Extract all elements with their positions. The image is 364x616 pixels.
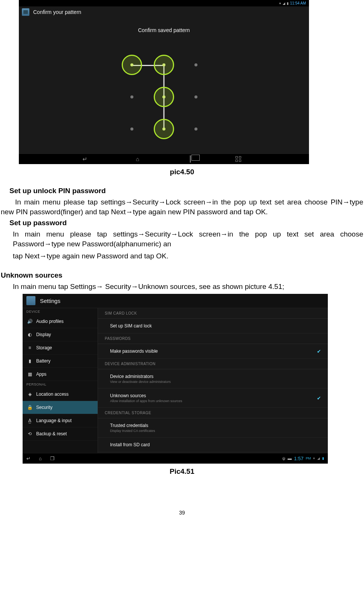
settings-title: Settings [40, 298, 60, 304]
sidebar-item-language[interactable]: A̲ Language & input [23, 414, 98, 427]
pattern-node-active[interactable] [154, 55, 174, 75]
battery-icon: ▮ [322, 456, 324, 460]
pattern-node[interactable] [194, 63, 197, 66]
display-icon: ◐ [27, 332, 32, 337]
settings-sidebar: DEVICE 🔊 Audio profiles ◐ Display ≡ Stor… [23, 308, 98, 453]
sidebar-item-battery[interactable]: ▮ Battery [23, 355, 98, 368]
wifi-icon: ▾ [313, 456, 315, 460]
panel-item-label: Install from SD card [110, 442, 313, 447]
storage-icon: ≡ [27, 345, 32, 350]
title-bar: Confirm your pattern [19, 6, 309, 18]
recent-icon[interactable]: ❐ [50, 456, 55, 461]
battery-icon: ▮ [287, 2, 289, 5]
home-icon[interactable]: ⌂ [39, 456, 42, 461]
section-heading-pin: Set up unlock PIN password [9, 187, 364, 195]
sidebar-item-apps[interactable]: ▦ Apps [23, 368, 98, 381]
figure-caption: Pic4.51 [0, 467, 364, 476]
pattern-node-active[interactable] [154, 87, 174, 107]
clock-time: 1:57 [294, 456, 303, 461]
sidebar-item-label: Security [36, 405, 52, 410]
checkmark-icon: ✔ [317, 348, 321, 354]
sidebar-item-audio[interactable]: 🔊 Audio profiles [23, 315, 98, 328]
checkmark-icon: ✔ [317, 395, 321, 401]
panel-header-sim: SIM CARD LOCK [98, 308, 328, 319]
back-icon[interactable]: ↵ [77, 156, 92, 163]
section-paragraph-password-2: tap Next→type again new Password and tap… [13, 251, 363, 261]
recent-icon[interactable] [183, 156, 198, 162]
apps-icon: ▦ [27, 372, 32, 377]
panel-item-install-sd[interactable]: Install from SD card [98, 438, 328, 452]
signal-icon: ◢ [283, 2, 285, 5]
panel-item-label: Set up SIM card lock [110, 323, 313, 329]
screenshot-icon[interactable] [236, 156, 251, 162]
backup-icon: ⟲ [27, 431, 32, 436]
pattern-node[interactable] [194, 95, 197, 98]
sidebar-item-label: Battery [36, 358, 50, 364]
pattern-node-active[interactable] [122, 55, 142, 75]
sidebar-item-label: Audio profiles [36, 319, 64, 324]
nav-bar: ↵ ⌂ [19, 154, 309, 164]
pattern-area[interactable]: Confirm saved pattern [19, 18, 309, 154]
panel-item-device-admin[interactable]: Device administrators View or deactivate… [98, 369, 328, 389]
sidebar-item-label: Display [36, 332, 51, 337]
sidebar-header-device: DEVICE [23, 308, 98, 315]
panel-item-sub: Display trusted CA certificates [110, 429, 313, 433]
panel-item-label: Device administrators [110, 374, 313, 379]
page-number: 39 [0, 510, 364, 516]
location-icon: ◈ [27, 392, 32, 397]
wifi-icon: ▾ [279, 2, 281, 5]
confirm-prompt: Confirm saved pattern [19, 18, 309, 33]
pattern-grid[interactable] [117, 50, 211, 144]
pattern-node[interactable] [194, 128, 197, 131]
app-icon [22, 8, 29, 16]
panel-header-credential: CREDENTIAL STORAGE [98, 408, 328, 418]
language-icon: A̲ [27, 418, 32, 423]
signal-icon: ◢ [317, 456, 320, 460]
sidebar-item-display[interactable]: ◐ Display [23, 328, 98, 341]
sidebar-item-security[interactable]: 🔒 Security [23, 401, 98, 414]
panel-item-trusted-credentials[interactable]: Trusted credentials Display trusted CA c… [98, 418, 328, 438]
sidebar-item-backup[interactable]: ⟲ Backup & reset [23, 427, 98, 441]
pattern-node[interactable] [130, 128, 133, 131]
section-heading-unknown: Unknown sources [1, 271, 364, 280]
title-text: Confirm your pattern [33, 9, 81, 15]
sidebar-item-label: Apps [36, 372, 46, 377]
section-paragraph-password-1: In main menu please tap settings→Securit… [13, 229, 363, 249]
panel-item-unknown-sources[interactable]: Unknown sources Allow installation of ap… [98, 389, 328, 408]
screenshot-settings: Settings DEVICE 🔊 Audio profiles ◐ Displ… [23, 294, 328, 464]
nav-bar-bottom: ↵ ⌂ ❐ ψ ▬ 1:57 PM ▾ ◢ ▮ [23, 453, 328, 464]
settings-icon [26, 296, 35, 305]
panel-header-passwords: PASSWORDS [98, 333, 328, 344]
panel-item-sim-lock[interactable]: Set up SIM card lock [98, 319, 328, 333]
settings-title-bar: Settings [23, 294, 328, 308]
battery-icon: ▮ [27, 358, 32, 364]
pattern-node-active[interactable] [154, 119, 174, 139]
pattern-node[interactable] [130, 95, 133, 98]
section-heading-password: Set up password [9, 219, 364, 227]
panel-item-sub: View or deactivate device administrators [110, 380, 313, 384]
sidebar-item-label: Language & input [36, 418, 72, 423]
clock-period: PM [306, 456, 311, 460]
panel-item-sub: Allow installation of apps from unknown … [110, 399, 313, 403]
sidebar-item-label: Storage [36, 345, 52, 350]
sidebar-item-label: Backup & reset [36, 431, 67, 436]
panel-item-label: Trusted credentials [110, 423, 313, 428]
status-bar: ▾ ◢ ▮ 11:54 AM [19, 0, 309, 6]
section-paragraph-unknown: In main menu tap Settings→ Security→Unkn… [13, 282, 363, 292]
home-icon[interactable]: ⌂ [130, 156, 145, 162]
usb-icon: ψ [282, 456, 285, 461]
sidebar-item-location[interactable]: ◈ Location access [23, 388, 98, 401]
panel-item-label: Unknown sources [110, 393, 313, 398]
sidebar-item-storage[interactable]: ≡ Storage [23, 341, 98, 355]
speaker-icon: 🔊 [27, 319, 32, 324]
lock-icon: 🔒 [27, 405, 32, 410]
sd-icon: ▬ [288, 456, 292, 461]
figure-caption: pic4.50 [0, 168, 364, 176]
panel-item-label: Make passwords visible [110, 349, 313, 354]
status-time: 11:54 AM [290, 1, 306, 5]
back-icon[interactable]: ↵ [26, 456, 31, 461]
panel-item-passwords-visible[interactable]: Make passwords visible ✔ [98, 344, 328, 359]
panel-header-device-admin: DEVICE ADMINISTRATION [98, 359, 328, 369]
screenshot-pattern-confirm: ▾ ◢ ▮ 11:54 AM Confirm your pattern Conf… [19, 0, 309, 164]
section-paragraph-pin: In main menu please tap settings→Securit… [1, 197, 363, 217]
